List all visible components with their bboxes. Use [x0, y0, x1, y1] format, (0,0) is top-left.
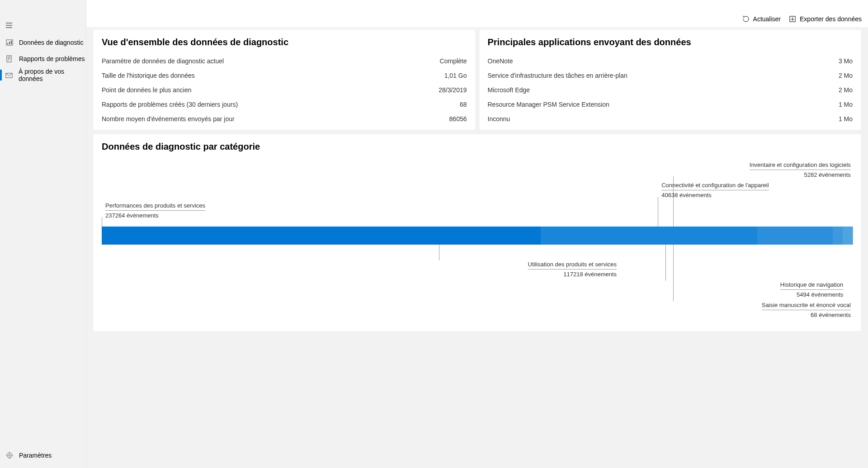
row-label: Rapports de problèmes créés (30 derniers…	[102, 101, 238, 108]
app-row: OneNote3 Mo	[488, 54, 853, 68]
chart-label-count: 5494 événements	[780, 291, 843, 299]
nav-item-label: Données de diagnostic	[19, 39, 83, 46]
row-value: 2 Mo	[839, 72, 853, 79]
row-label: Inconnu	[488, 115, 510, 123]
about-icon	[5, 71, 13, 79]
toolbar: Actualiser Exporter des données	[742, 10, 862, 28]
row-label: Point de données le plus ancien	[102, 86, 191, 94]
app-row: Service d'infrastructure des tâches en a…	[488, 68, 853, 83]
chart-area: Performances des produits et services237…	[102, 156, 853, 324]
cards-row: Vue d'ensemble des données de diagnostic…	[94, 30, 861, 130]
export-icon	[789, 15, 796, 23]
app-row: Inconnu1 Mo	[488, 112, 853, 126]
chart-label-count: 5282 événements	[750, 171, 851, 179]
chart-label: Historique de navigation5494 événements	[780, 281, 843, 299]
chart-label-count: 237264 événements	[105, 212, 205, 220]
refresh-icon	[742, 15, 750, 23]
top-apps-card: Principales applications envoyant des do…	[480, 30, 861, 130]
row-label: Taille de l'historique des données	[102, 72, 195, 79]
app-row: Microsoft Edge2 Mo	[488, 83, 853, 97]
svg-point-16	[7, 453, 12, 458]
nav: Données de diagnostic Rapports de problè…	[0, 34, 86, 83]
gear-icon	[5, 451, 14, 459]
row-value: Complète	[440, 57, 467, 65]
chart-label: Performances des produits et services237…	[105, 202, 205, 220]
overview-row: Nombre moyen d'événements envoyés par jo…	[102, 112, 467, 126]
bar-segment-3[interactable]	[833, 227, 843, 245]
nav-item-problem-reports[interactable]: Rapports de problèmes	[0, 51, 86, 67]
content: Vue d'ensemble des données de diagnostic…	[86, 27, 868, 468]
bar-segment-2[interactable]	[757, 227, 832, 245]
row-label: Nombre moyen d'événements envoyés par jo…	[102, 115, 235, 123]
overview-row: Rapports de problèmes créés (30 derniers…	[102, 97, 467, 112]
chart-label: Saisie manuscrite et énoncé vocal68 évén…	[762, 301, 851, 319]
export-label: Exporter des données	[800, 15, 862, 23]
bar-segment-1[interactable]	[541, 227, 758, 245]
chart-label: Connectivité et configuration de l'appar…	[661, 181, 769, 199]
bar-segment-0[interactable]	[102, 227, 541, 245]
top-apps-title: Principales applications envoyant des do…	[488, 37, 853, 47]
nav-item-label: Rapports de problèmes	[19, 55, 85, 62]
main: Actualiser Exporter des données Vue d'en…	[86, 0, 868, 468]
row-value: 1,01 Go	[444, 72, 467, 79]
chart-label-category: Inventaire et configuration des logiciel…	[750, 161, 851, 170]
chart-label-category: Connectivité et configuration de l'appar…	[661, 181, 769, 190]
nav-item-about-data[interactable]: À propos de vos données	[0, 67, 86, 83]
row-value: 1 Mo	[839, 101, 853, 108]
row-value: 3 Mo	[839, 57, 853, 65]
report-icon	[5, 55, 14, 63]
export-button[interactable]: Exporter des données	[789, 15, 862, 23]
svg-rect-10	[11, 41, 12, 44]
bar-segment-4[interactable]	[843, 227, 853, 245]
chart-label-count: 117218 événements	[528, 270, 617, 279]
row-label: Resource Manager PSM Service Extension	[488, 101, 609, 108]
overview-card: Vue d'ensemble des données de diagnostic…	[94, 30, 475, 130]
chart-leader-line	[665, 245, 666, 281]
chart-label: Utilisation des produits et services1172…	[528, 260, 617, 279]
row-value: 68	[460, 101, 467, 108]
chart-label-category: Saisie manuscrite et énoncé vocal	[762, 301, 851, 310]
overview-title: Vue d'ensemble des données de diagnostic	[102, 37, 467, 47]
chart-card: Données de diagnostic par catégorie Perf…	[94, 134, 861, 331]
sidebar: Données de diagnostic Rapports de problè…	[0, 0, 86, 468]
row-value: 1 Mo	[839, 115, 853, 123]
overview-row: Point de données le plus ancien28/3/2019	[102, 83, 467, 97]
nav-item-label: À propos de vos données	[19, 68, 86, 82]
chart-label-count: 68 événements	[762, 311, 851, 319]
svg-rect-8	[7, 43, 8, 44]
chart-leader-line	[673, 245, 674, 301]
row-label: Microsoft Edge	[488, 86, 530, 94]
data-icon	[5, 38, 14, 47]
chart-leader-line	[658, 197, 658, 227]
row-value: 28/3/2019	[439, 86, 467, 94]
chart-title: Données de diagnostic par catégorie	[102, 142, 853, 152]
nav-item-label: Paramètres	[19, 452, 52, 459]
chart-label-count: 40638 événements	[661, 191, 769, 199]
nav-item-settings[interactable]: Paramètres	[0, 447, 86, 463]
chart-label: Inventaire et configuration des logiciel…	[750, 161, 851, 179]
app-row: Resource Manager PSM Service Extension1 …	[488, 97, 853, 112]
chart-leader-line	[439, 245, 439, 260]
overview-row: Taille de l'historique des données1,01 G…	[102, 68, 467, 83]
row-value: 2 Mo	[839, 86, 853, 94]
overview-row: Paramètre de données de diagnostic actue…	[102, 54, 467, 68]
row-value: 86056	[449, 115, 467, 123]
hamburger-button[interactable]	[5, 22, 14, 31]
chart-label-category: Performances des produits et services	[105, 202, 205, 211]
chart-label-category: Utilisation des produits et services	[528, 260, 617, 269]
refresh-label: Actualiser	[753, 15, 781, 23]
stacked-bar	[102, 227, 853, 245]
svg-rect-9	[9, 42, 10, 44]
row-label: Service d'infrastructure des tâches en a…	[488, 72, 627, 79]
chart-label-category: Historique de navigation	[780, 281, 843, 290]
refresh-button[interactable]: Actualiser	[742, 15, 781, 23]
svg-point-17	[9, 454, 10, 456]
svg-rect-11	[7, 56, 11, 62]
nav-item-diagnostic-data[interactable]: Données de diagnostic	[0, 34, 86, 51]
row-label: OneNote	[488, 57, 513, 65]
chart-leader-line	[102, 217, 102, 227]
hamburger-icon	[5, 22, 13, 29]
row-label: Paramètre de données de diagnostic actue…	[102, 57, 224, 65]
